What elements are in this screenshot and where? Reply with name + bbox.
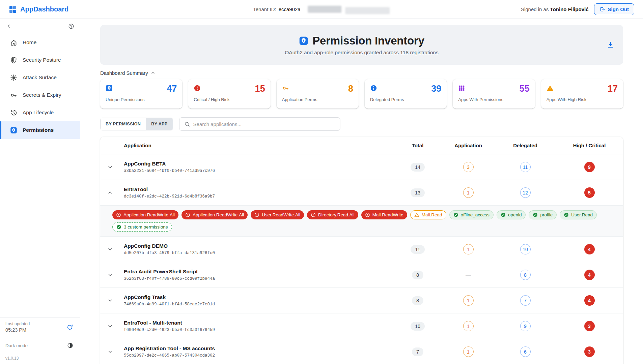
topbar: AppDashboard Tenant ID: ecca902a— Signed…	[0, 0, 643, 19]
permission-chip-label: 3 custom permissions	[124, 224, 168, 230]
total-badge: 11	[411, 245, 424, 254]
search-input[interactable]	[193, 121, 335, 127]
app-name: AppConfig Trask	[124, 294, 394, 300]
application-count: 1	[463, 321, 474, 331]
expand-button[interactable]	[104, 295, 116, 306]
app-logo-icon	[9, 5, 17, 13]
sidebar-item-label: Home	[23, 39, 36, 46]
table-header: ApplicationTotalApplicationDelegatedHigh…	[100, 137, 623, 154]
total-badge: 14	[411, 163, 425, 172]
lifecycle-icon	[10, 109, 17, 116]
help-button[interactable]	[67, 22, 76, 31]
permission-chip[interactable]: Application.ReadWrite.All	[112, 210, 178, 219]
expand-button[interactable]	[104, 321, 116, 332]
summary-card-application-perms[interactable]: 8Application Perms	[277, 79, 359, 109]
chevron-left-icon	[6, 23, 12, 29]
total-badge: 7	[412, 347, 423, 356]
error-outline-icon	[185, 212, 190, 217]
table-row[interactable]: AppConfig Trask74669a0b-4a99-40f1-bf4d-5…	[100, 288, 623, 313]
app-name: AppConfig DEMO	[124, 243, 394, 249]
expand-button[interactable]	[104, 244, 116, 255]
chevron-down-icon	[107, 246, 113, 252]
sidebar-item-app-lifecycle[interactable]: App Lifecycle	[0, 104, 80, 121]
app-name: Entra Audit PowerShell Script	[124, 269, 394, 275]
download-button[interactable]	[606, 40, 616, 50]
sidebar-item-secrets-expiry[interactable]: Secrets & Expiry	[0, 86, 80, 104]
summary-card-value: 15	[255, 84, 265, 94]
sidebar-collapse-button[interactable]	[4, 22, 13, 31]
tab-by-permission[interactable]: BY PERMISSION	[101, 118, 146, 130]
page-header-banner: Permission Inventory OAuth2 and app-role…	[100, 25, 623, 65]
refresh-icon	[66, 324, 73, 331]
app-id: 74669a0b-4a99-40f1-bf4d-58eac2e7e01d	[124, 302, 394, 307]
chevron-up-icon	[150, 70, 156, 75]
sidebar-item-attack-surface[interactable]: Attack Surface	[0, 69, 80, 86]
sidebar-top	[0, 19, 80, 34]
delegated-count: 12	[520, 187, 531, 198]
sidebar: HomeSecurity PostureAttack SurfaceSecret…	[0, 19, 80, 364]
search-box	[179, 117, 340, 131]
permission-chip[interactable]: Directory.Read.All	[307, 210, 358, 219]
column-header-high-critical: High / Critical	[556, 143, 623, 148]
table-row[interactable]: EntraTooldc3e140f-e2dc-422b-921d-6d4b8f3…	[100, 180, 623, 206]
permission-chip[interactable]: User.Read	[560, 210, 597, 219]
app-id: dd5e207b-dfa3-4579-bffa-da131a926fc0	[124, 251, 394, 255]
permission-chip[interactable]: openid	[497, 210, 526, 219]
permission-chip[interactable]: 3 custom permissions	[112, 222, 172, 232]
chevron-down-icon	[107, 297, 113, 304]
application-count: —	[466, 272, 471, 278]
check-circle-icon	[533, 212, 538, 217]
delegated-count: 11	[520, 162, 531, 172]
table-row[interactable]: Entra Audit PowerShell Script362b3f63-f4…	[100, 262, 623, 288]
error-outline-icon	[254, 212, 259, 217]
dark-mode-icon	[67, 342, 73, 348]
sidebar-item-security-posture[interactable]: Security Posture	[0, 51, 80, 69]
summary-card-unique-permissions[interactable]: 47Unique Permissions	[100, 79, 182, 109]
table-row[interactable]: AppConfig BETAa3ba2231-a684-4bf0-bb40-74…	[100, 154, 623, 180]
column-header-delegated: Delegated	[495, 143, 556, 148]
permission-chip[interactable]: profile	[529, 210, 557, 219]
total-badge: 10	[411, 322, 425, 331]
expand-button[interactable]	[104, 161, 116, 173]
permission-chip[interactable]: offline_access	[449, 210, 494, 219]
table-row[interactable]: AppConfig DEMOdd5e207b-dfa3-4579-bffa-da…	[100, 237, 623, 262]
permission-chip-label: profile	[540, 212, 553, 217]
summary-card-label: Apps With High Risk	[547, 97, 618, 102]
refresh-button[interactable]	[65, 323, 75, 332]
application-count: 1	[463, 295, 474, 306]
app-logo[interactable]: AppDashboard	[9, 5, 68, 13]
table-row[interactable]: App Registration Tool - MS accounts55cb2…	[100, 339, 623, 364]
expand-button[interactable]	[104, 346, 116, 358]
info-icon	[370, 85, 377, 92]
page-subtitle: OAuth2 and app-role permissions granted …	[285, 50, 439, 56]
dashboard-summary-toggle[interactable]: Dashboard Summary	[100, 70, 156, 76]
tab-by-app[interactable]: BY APP	[146, 118, 172, 130]
permission-chip[interactable]: Mail.Read	[410, 210, 446, 219]
chevron-down-icon	[107, 348, 113, 355]
sign-out-button[interactable]: Sign Out	[594, 3, 635, 15]
expand-button[interactable]	[104, 187, 116, 199]
permission-chip[interactable]: Mail.ReadWrite	[361, 210, 407, 219]
summary-card-apps-with-permissions[interactable]: 55Apps With Permissions	[453, 79, 535, 109]
dark-mode-toggle[interactable]	[66, 341, 75, 350]
chevron-down-icon	[107, 323, 113, 329]
error-outline-icon	[311, 212, 316, 217]
warning-outline-icon	[414, 212, 419, 217]
permission-chip-label: offline_access	[461, 212, 490, 217]
column-header-application: Application	[122, 143, 394, 148]
summary-card-apps-with-high-risk[interactable]: 17Apps With High Risk	[541, 79, 623, 109]
table-row[interactable]: EntraTool - Multi-tenantf60640d9-c2d0-49…	[100, 313, 623, 339]
sidebar-item-permissions[interactable]: Permissions	[0, 121, 80, 139]
summary-card-critical-high-risk[interactable]: 15Critical / High Risk	[188, 79, 270, 109]
permission-chip-label: User.Read	[571, 212, 593, 217]
summary-card-delegated-perms[interactable]: 39Delegated Perms	[365, 79, 447, 109]
application-count: 1	[463, 187, 474, 198]
home-icon	[10, 39, 17, 46]
permission-chip[interactable]: Application.ReadWrite.All	[181, 210, 248, 219]
expand-button[interactable]	[104, 269, 116, 281]
high-critical-count: 4	[584, 244, 595, 254]
permission-chip[interactable]: User.ReadWrite.All	[251, 210, 304, 219]
sidebar-item-home[interactable]: Home	[0, 34, 80, 51]
last-updated-row: Last updated 05:23 PM	[0, 317, 80, 337]
summary-card-label: Application Perms	[282, 97, 353, 102]
